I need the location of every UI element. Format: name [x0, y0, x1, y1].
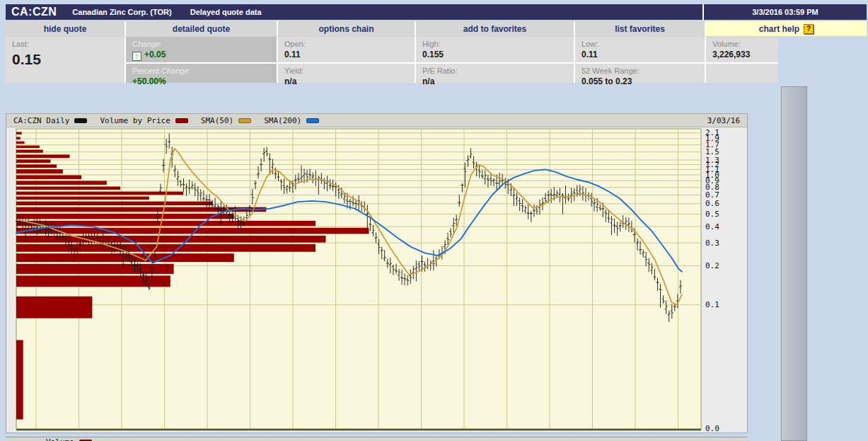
title-bar: CA:CZN Canadian Zinc Corp. (TOR) Delayed… [6, 4, 702, 20]
legend-symbol-label: CA:CZN Daily [13, 116, 69, 125]
week-range-value: 0.055 to 0.23 [581, 76, 698, 86]
volume-by-price-bar [16, 221, 316, 226]
high-cell: High: 0.155 [416, 37, 574, 62]
change-value: +0.05 [144, 50, 166, 59]
chart-legend: CA:CZN Daily Volume by Price SMA(50) SMA… [6, 114, 747, 127]
low-value: 0.11 [581, 50, 698, 59]
volume-by-price-bar [16, 253, 234, 262]
open-value: 0.11 [284, 50, 408, 59]
week-range-cell: 52 Week Range: 0.055 to 0.23 [575, 64, 705, 83]
empty-cell [706, 64, 778, 83]
chart-container: CA:CZN Daily Volume by Price SMA(50) SMA… [6, 113, 748, 433]
volume-value: 3,226,933 [712, 50, 772, 59]
percent-change-cell: Percent Change: +50.00% [126, 64, 277, 83]
change-label: Change: [132, 40, 270, 48]
quote-panel: Last: 0.15 Change: ↑+0.05 Percent Change… [6, 37, 778, 83]
volume-by-price-bar [16, 137, 21, 139]
low-cell: Low: 0.11 [575, 37, 705, 62]
pe-ratio-label: P/E Ratio: [422, 67, 567, 75]
y-axis-tick-label: 0.4 [705, 222, 719, 231]
high-label: High: [422, 40, 567, 48]
volume-cell: Volume: 3,226,933 [706, 37, 778, 62]
options-chain-button[interactable]: options chain [278, 21, 415, 36]
legend-item-volume-by-price: Volume by Price [100, 116, 187, 125]
last-value: 0.15 [12, 51, 118, 68]
volume-by-price-bar [16, 187, 120, 190]
high-value: 0.155 [422, 50, 567, 59]
open-label: Open: [284, 40, 408, 48]
up-arrow-icon: ↑ [132, 52, 141, 61]
volume-by-price-bar [16, 132, 22, 134]
y-axis-tick-label: 0.5 [705, 210, 719, 219]
volume-by-price-bar [16, 275, 170, 287]
pe-ratio-value: n/a [422, 76, 567, 86]
ticker-symbol: CA:CZN [11, 6, 57, 18]
open-cell: Open: 0.11 [278, 37, 415, 62]
y-axis-tick-label: 0.0 [705, 424, 719, 433]
y-axis-tick-label: 0.1 [705, 300, 719, 309]
chart-date: 3/03/16 [707, 116, 740, 125]
volume-by-price-bar [16, 197, 149, 200]
volume-by-price-bar [16, 142, 25, 144]
legend-sma50-label: SMA(50) [201, 116, 233, 125]
volume-panel-legend-partial: Volume [6, 437, 748, 441]
volume-panel-label: Volume [46, 437, 74, 441]
yield-value: n/a [284, 76, 408, 86]
legend-item-sma50: SMA(50) [201, 116, 251, 125]
hide-quote-button[interactable]: hide quote [6, 21, 125, 36]
quote-datetime: 3/3/2016 03:59 PM [704, 4, 867, 20]
y-axis-tick-label: 0.7 [705, 190, 719, 200]
volume-by-price-bar [16, 264, 174, 274]
percent-change-value: +50.00% [132, 76, 270, 86]
title-bar-row: CA:CZN Canadian Zinc Corp. (TOR) Delayed… [6, 4, 867, 20]
volume-by-price-bar [16, 192, 183, 195]
volume-by-price-bar [16, 169, 63, 173]
yield-label: Yield: [284, 67, 408, 75]
volume-by-price-bar [16, 159, 50, 163]
legend-sma200-label: SMA(200) [264, 116, 301, 125]
last-cell: Last: 0.15 [6, 37, 125, 83]
volume-by-price-bar [16, 202, 213, 206]
change-cell: Change: ↑+0.05 [126, 37, 277, 62]
week-range-label: 52 Week Range: [581, 67, 698, 75]
volume-by-price-bar [16, 340, 23, 419]
volume-by-price-bar [16, 154, 70, 158]
list-favorites-button[interactable]: list favorites [575, 21, 705, 36]
company-name: Canadian Zinc Corp. (TOR) [72, 8, 171, 16]
sma200-swatch-icon [306, 118, 319, 123]
y-axis-tick-label: 0.6 [705, 199, 719, 208]
sma50-swatch-icon [238, 118, 251, 123]
legend-item-symbol: CA:CZN Daily [13, 116, 87, 125]
yield-cell: Yield: n/a [278, 64, 415, 83]
volume-by-price-swatch-icon [175, 118, 188, 123]
y-axis-tick-label: 0.3 [705, 239, 719, 248]
volume-by-price-bar [16, 164, 57, 168]
chart-help-button[interactable]: chart help ? [706, 21, 867, 36]
delayed-quote-note: Delayed quote data [190, 8, 262, 16]
legend-item-sma200: SMA(200) [264, 116, 319, 125]
bigcharts-quote-page: CA:CZN Canadian Zinc Corp. (TOR) Delayed… [0, 0, 868, 441]
volume-by-price-bar [16, 244, 316, 252]
y-axis-tick-label: 0.2 [705, 261, 719, 270]
legend-vbp-label: Volume by Price [100, 116, 170, 125]
add-to-favorites-button[interactable]: add to favorites [416, 21, 574, 36]
volume-label: Volume: [712, 40, 772, 48]
detailed-quote-button[interactable]: detailed quote [126, 21, 277, 36]
price-chart[interactable]: 2.11.91.71.51.31.21.11.00.90.80.70.60.50… [6, 127, 747, 432]
pe-ratio-cell: P/E Ratio: n/a [416, 64, 574, 83]
low-label: Low: [581, 40, 698, 48]
volume-by-price-bar [16, 146, 40, 148]
last-label: Last: [12, 40, 118, 48]
volume-by-price-bar [16, 214, 234, 219]
right-scroll-strip[interactable] [781, 86, 807, 441]
volume-by-price-bar [16, 176, 81, 180]
symbol-swatch-icon [74, 118, 87, 123]
volume-by-price-bar [16, 150, 43, 153]
toolbar: hide quote detailed quote options chain … [6, 21, 867, 36]
volume-by-price-bar [16, 181, 107, 185]
chart-help-label: chart help [759, 24, 799, 34]
help-question-icon: ? [804, 24, 814, 34]
percent-change-label: Percent Change: [132, 67, 270, 75]
volume-by-price-bar [16, 297, 92, 319]
